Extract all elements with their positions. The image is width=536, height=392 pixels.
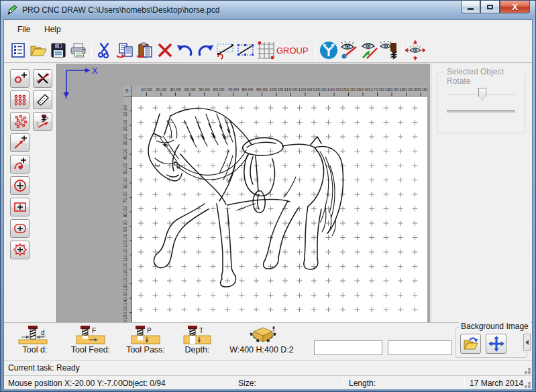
left-arrow-icon (525, 340, 529, 345)
main-area: 1x X Y 0 10.0020.0030.0040.0050.0060. (4, 64, 532, 322)
title-bar[interactable]: PRO CNC DRAW C:\Users\homebs\Desktop\hor… (1, 1, 535, 19)
drill-steps-tool[interactable]: 1x (33, 112, 52, 131)
group-label[interactable]: GROUP (276, 46, 309, 56)
svg-text:100.00: 100.00 (123, 233, 127, 247)
app-pencil-icon (7, 5, 17, 15)
axis-x-label: X (92, 66, 98, 76)
svg-text:120.00: 120.00 (299, 87, 313, 92)
svg-text:140.00: 140.00 (123, 291, 127, 305)
print-icon[interactable] (68, 40, 89, 60)
tool-diameter[interactable]: d Tool d: (13, 326, 56, 354)
dot-scatter-tool[interactable] (10, 112, 30, 131)
resize-grip[interactable] (528, 385, 531, 388)
rotate-slider-track[interactable] (447, 94, 515, 95)
toolbar-separator (315, 42, 316, 59)
add-line-tool[interactable] (10, 133, 30, 152)
open-folder-icon[interactable] (28, 40, 48, 60)
copy-icon[interactable] (115, 40, 135, 60)
svg-text:110.00: 110.00 (123, 248, 127, 262)
svg-text:60.00: 60.00 (123, 177, 127, 188)
cross-line-tool[interactable] (33, 69, 52, 88)
background-open-button[interactable] (460, 334, 481, 354)
size-text: Size: (238, 379, 256, 388)
svg-text:20.00: 20.00 (123, 119, 127, 131)
axis-y-label: Y (63, 91, 69, 100)
grid-group-icon[interactable] (256, 40, 276, 60)
background-move-button[interactable] (486, 334, 506, 354)
svg-text:70.00: 70.00 (123, 192, 127, 203)
paste-icon[interactable] (135, 40, 155, 60)
cut-icon[interactable] (95, 40, 115, 60)
add-curve-tool[interactable] (10, 155, 30, 174)
svg-text:120.00: 120.00 (123, 262, 127, 276)
skew-select-icon[interactable] (215, 40, 235, 60)
minimize-button[interactable] (461, 1, 480, 13)
task-status-bar: Current task: Ready (4, 360, 532, 375)
drawing-canvas[interactable] (132, 96, 427, 322)
info-status-bar: Mouse position X:-20.00 Y:-7.00 Object: … (4, 375, 532, 389)
menu-help[interactable]: Help (40, 23, 65, 36)
horse-drawing[interactable] (138, 103, 359, 298)
fork-direction-icon[interactable] (319, 40, 339, 60)
tool-depth[interactable]: T Depth: (177, 326, 217, 354)
svg-text:130.00: 130.00 (123, 277, 127, 291)
panel-collapse-button[interactable] (523, 334, 531, 351)
drill-pass-icon: P (123, 326, 168, 344)
rotate-group: Selected Object Rotate (437, 72, 525, 133)
toolbar-separator (402, 42, 403, 59)
eye-point-icon[interactable] (339, 40, 359, 60)
axis-indicator: X Y (62, 66, 103, 100)
close-button[interactable]: X (500, 1, 530, 13)
svg-text:d: d (41, 329, 45, 336)
eye-drill-icon[interactable] (379, 40, 399, 60)
rotate-slider-thumb[interactable] (478, 88, 486, 101)
param-input-2[interactable] (388, 340, 452, 355)
svg-text:130.00: 130.00 (313, 87, 327, 92)
tool-feed[interactable]: F Tool Feed: (68, 326, 113, 354)
open-folder-icon (463, 336, 479, 351)
save-icon[interactable] (48, 40, 68, 60)
svg-text:90.00: 90.00 (123, 220, 127, 232)
workpiece-dimensions: W:400 H:400 D:2 (229, 326, 294, 354)
menu-bar: File Help (4, 20, 532, 38)
undo-icon[interactable] (175, 40, 195, 60)
tool-pass[interactable]: P Tool Pass: (123, 326, 168, 354)
node-select-icon[interactable] (235, 40, 256, 60)
param-input-1[interactable] (314, 340, 382, 355)
new-list-icon[interactable] (8, 40, 28, 60)
add-point-tool[interactable] (10, 69, 30, 88)
add-gear-tool[interactable] (10, 241, 30, 259)
rotate-lower-bar (447, 110, 515, 113)
svg-text:150.00: 150.00 (123, 306, 127, 320)
maximize-button[interactable] (480, 1, 500, 13)
current-task-text: Current task: Ready (8, 363, 80, 373)
add-rectangle-tool[interactable] (10, 198, 30, 216)
svg-text:30.00: 30.00 (123, 134, 127, 145)
dot-grid-tool[interactable] (10, 90, 30, 109)
delete-icon[interactable] (155, 40, 175, 60)
main-toolbar: GROUP (4, 38, 532, 63)
svg-text:10.00: 10.00 (141, 87, 152, 92)
resize-grip[interactable] (528, 371, 531, 374)
canvas-area[interactable]: X Y 0 10.0020.0030.0040.0050.0060.0070.0… (56, 64, 430, 322)
svg-text:T: T (199, 327, 203, 334)
background-image-label: Background Image (459, 322, 531, 331)
tool-feed-label: Tool Feed: (68, 345, 113, 354)
tool-d-label: Tool d: (13, 345, 56, 354)
measure-ruler-tool[interactable] (33, 90, 52, 109)
redo-icon[interactable] (195, 40, 215, 60)
eye-move-icon[interactable] (405, 40, 425, 60)
drill-depth-icon: T (177, 326, 217, 344)
add-rounded-rectangle-tool[interactable] (10, 219, 30, 238)
add-circle-tool[interactable] (10, 176, 30, 195)
v-ruler: 10.0020.0030.0040.0050.0060.0070.0080.00… (123, 96, 132, 322)
status-separator (343, 377, 344, 388)
menu-file[interactable]: File (13, 23, 34, 36)
eye-arrow-icon[interactable] (359, 40, 379, 60)
svg-text:x: x (46, 115, 49, 120)
svg-text:180.00: 180.00 (385, 87, 399, 92)
svg-text:70.00: 70.00 (227, 87, 239, 92)
svg-text:160.00: 160.00 (356, 87, 370, 92)
svg-text:30.00: 30.00 (170, 87, 181, 92)
svg-text:50.00: 50.00 (199, 87, 210, 92)
